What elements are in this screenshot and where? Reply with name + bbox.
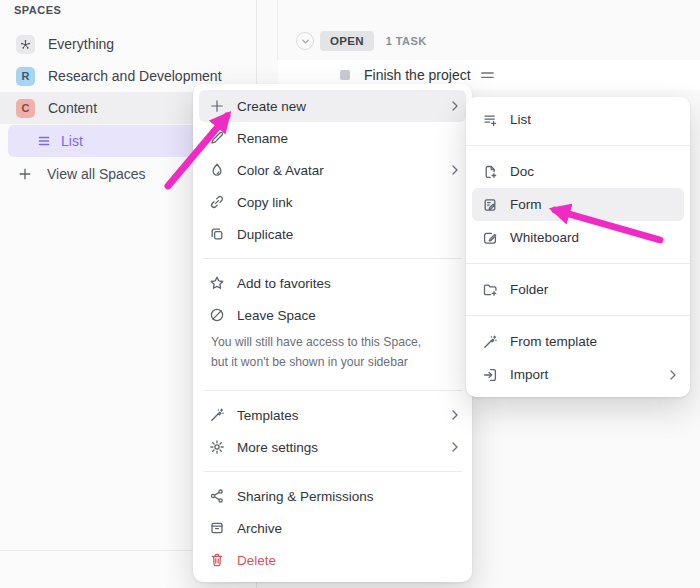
submenu-item-import[interactable]: Import: [466, 358, 690, 391]
task-title: Finish the project: [364, 67, 471, 83]
menu-item-create-new[interactable]: Create new: [199, 90, 466, 122]
sidebar-item-everything[interactable]: Everything: [0, 28, 257, 60]
menu-item-templates[interactable]: Templates: [193, 399, 472, 431]
sidebar-item-label: Research and Development: [48, 68, 222, 84]
menu-item-label: More settings: [237, 440, 438, 455]
menu-item-label: Rename: [237, 131, 460, 146]
archive-icon: [209, 520, 225, 536]
task-status-checkbox[interactable]: [340, 70, 350, 80]
task-count: 1 TASK: [386, 35, 427, 47]
submenu-item-label: Doc: [510, 164, 678, 179]
submenu-item-from-template[interactable]: From template: [466, 325, 690, 358]
submenu-item-folder[interactable]: Folder: [466, 273, 690, 306]
folder-add-icon: [482, 282, 498, 298]
menu-item-copy-link[interactable]: Copy link: [193, 186, 472, 218]
menu-item-rename[interactable]: Rename: [193, 122, 472, 154]
space-avatar-c: C: [16, 99, 35, 118]
plus-icon: [209, 98, 225, 114]
submenu-item-label: Import: [510, 367, 656, 382]
menu-divider: [203, 390, 462, 391]
menu-item-label: Duplicate: [237, 227, 460, 242]
menu-item-duplicate[interactable]: Duplicate: [193, 218, 472, 250]
space-avatar-r: R: [16, 67, 35, 86]
submenu-item-label: Folder: [510, 282, 678, 297]
pencil-icon: [209, 130, 225, 146]
menu-item-add-to-favorites[interactable]: Add to favorites: [193, 267, 472, 299]
menu-divider: [203, 258, 462, 259]
duplicate-icon: [209, 226, 225, 242]
menu-item-color-avatar[interactable]: Color & Avatar: [193, 154, 472, 186]
menu-item-archive[interactable]: Archive: [193, 512, 472, 544]
list-icon: [36, 133, 52, 149]
menu-item-label: Sharing & Permissions: [237, 489, 460, 504]
gear-icon: [209, 439, 225, 455]
submenu-item-form[interactable]: Form: [472, 188, 684, 221]
chevron-right-icon: [450, 100, 460, 112]
menu-item-label: Add to favorites: [237, 276, 460, 291]
menu-item-label: Leave Space: [237, 308, 460, 323]
plus-icon: [17, 166, 33, 182]
menu-item-label: Create new: [237, 99, 438, 114]
menu-item-label: Archive: [237, 521, 460, 536]
menu-item-label: Templates: [237, 408, 438, 423]
sidebar-item-label: List: [61, 133, 83, 149]
create-new-submenu: List Doc Form Whiteboard Folder From tem…: [466, 97, 690, 397]
chevron-right-icon: [450, 409, 460, 421]
collapse-group-button[interactable]: [296, 32, 314, 50]
form-icon: [482, 197, 498, 213]
wand-icon: [209, 407, 225, 423]
chevron-right-icon: [450, 441, 460, 453]
submenu-item-label: From template: [510, 334, 678, 349]
submenu-item-label: List: [510, 112, 678, 127]
menu-divider: [466, 145, 690, 146]
status-badge-open[interactable]: OPEN: [320, 31, 374, 51]
menu-item-delete[interactable]: Delete: [193, 544, 472, 576]
star-icon: [209, 275, 225, 291]
trash-icon: [209, 552, 225, 568]
task-description-icon: [481, 71, 494, 80]
menu-item-label: Copy link: [237, 195, 460, 210]
wand-icon: [482, 334, 498, 350]
submenu-item-list[interactable]: List: [466, 103, 690, 136]
link-icon: [209, 194, 225, 210]
submenu-item-label: Whiteboard: [510, 230, 678, 245]
menu-item-sharing-permissions[interactable]: Sharing & Permissions: [193, 480, 472, 512]
everything-icon: [16, 35, 35, 54]
task-group-header: OPEN 1 TASK: [296, 30, 427, 52]
list-add-icon: [482, 112, 498, 128]
droplet-icon: [209, 162, 225, 178]
menu-divider: [466, 315, 690, 316]
menu-item-label: Color & Avatar: [237, 163, 438, 178]
sidebar-item-label: Everything: [48, 36, 114, 52]
whiteboard-icon: [482, 230, 498, 246]
space-context-menu: Create new Rename Color & Avatar Copy li…: [193, 84, 472, 582]
sidebar-item-label: View all Spaces: [47, 166, 146, 182]
spaces-section-header: SPACES: [14, 4, 61, 16]
sidebar-item-label: Content: [48, 100, 97, 116]
menu-divider: [466, 263, 690, 264]
menu-item-leave-space[interactable]: Leave Space: [193, 299, 472, 331]
leave-space-note: You will still have access to this Space…: [193, 331, 445, 382]
menu-item-more-settings[interactable]: More settings: [193, 431, 472, 463]
chevron-right-icon: [450, 164, 460, 176]
import-icon: [482, 367, 498, 383]
content-gutter-divider: [277, 0, 278, 60]
chevron-right-icon: [668, 369, 678, 381]
submenu-item-doc[interactable]: Doc: [466, 155, 690, 188]
doc-add-icon: [482, 164, 498, 180]
hide-eye-icon: [209, 307, 225, 323]
submenu-item-whiteboard[interactable]: Whiteboard: [466, 221, 690, 254]
share-icon: [209, 488, 225, 504]
submenu-item-label: Form: [510, 197, 678, 212]
menu-divider: [203, 471, 462, 472]
menu-item-label: Delete: [237, 553, 460, 568]
